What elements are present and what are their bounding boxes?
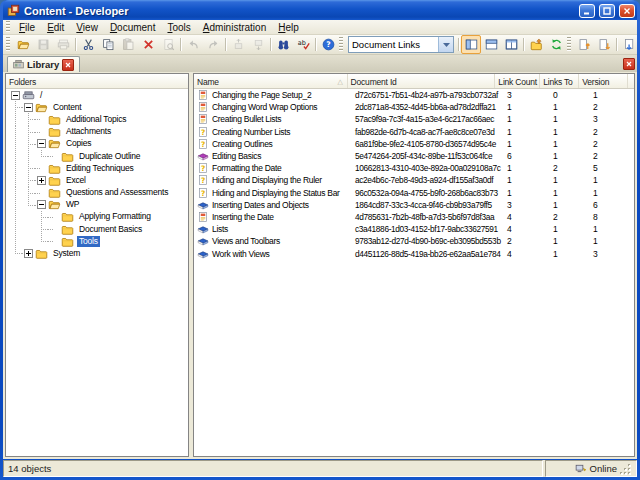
svg-text:?: ? <box>201 188 205 197</box>
tree-guide <box>22 113 35 125</box>
table-row[interactable]: ?Hiding and Displaying the Rulerac2e4b6c… <box>194 174 634 186</box>
table-row[interactable]: ?Hiding and Displaying the Status Bar96c… <box>194 187 634 199</box>
tree-item-wp[interactable]: WP <box>6 199 188 211</box>
find-icon <box>277 38 290 51</box>
cell-links-to: 1 <box>550 102 590 112</box>
tree-item-[interactable]: / <box>6 89 188 101</box>
menu-item-help[interactable]: Help <box>272 21 305 34</box>
tree-item-system[interactable]: System <box>6 247 188 259</box>
check-out-button[interactable] <box>594 35 614 54</box>
find-button[interactable] <box>273 35 293 54</box>
table-row[interactable]: Work with Viewsd4451126-88d5-419a-bb26-e… <box>194 247 634 259</box>
undo-button <box>183 35 203 54</box>
minimize-button[interactable] <box>579 4 595 18</box>
cell-links-to: 1 <box>550 175 590 185</box>
svg-text:?: ? <box>201 176 205 185</box>
check-in-button[interactable] <box>574 35 594 54</box>
collapse-icon[interactable] <box>37 139 46 148</box>
maximize-button[interactable] <box>599 4 615 18</box>
tree-item-applying-formatting[interactable]: Applying Formatting <box>6 211 188 223</box>
paste-icon <box>122 38 135 51</box>
tree-item-excel[interactable]: Excel <box>6 174 188 186</box>
tree-item-document-basics[interactable]: Document Basics <box>6 223 188 235</box>
column-header-version[interactable]: Version <box>579 74 628 88</box>
tree-guide <box>35 235 48 247</box>
table-row[interactable]: Inserting the Date4d785631-7b2b-48fb-a7d… <box>194 211 634 223</box>
column-header-link-count[interactable]: Link Count <box>495 74 540 88</box>
pane-close-icon[interactable] <box>623 58 635 70</box>
tree-item-attachments[interactable]: Attachments <box>6 126 188 138</box>
menu-item-view[interactable]: View <box>70 21 104 34</box>
tree-item-content[interactable]: Content <box>6 101 188 113</box>
tree-item-copies[interactable]: Copies <box>6 138 188 150</box>
tree-item-duplicate-outline[interactable]: Duplicate Outline <box>6 150 188 162</box>
table-row[interactable]: Changing Word Wrap Options2dc871a8-4352-… <box>194 101 634 113</box>
chevron-down-icon[interactable] <box>438 37 453 52</box>
table-row[interactable]: Views and Toolbars9783ab12-d27d-4b90-b69… <box>194 235 634 247</box>
main-area: Folders /ContentAdditional TopicsAttachm… <box>3 72 637 459</box>
cell-document-id: ac2e4b6c-7eb8-49d3-a924-df155af3a0df <box>352 175 504 185</box>
menu-item-file[interactable]: File <box>13 21 41 34</box>
expand-icon[interactable] <box>24 249 33 258</box>
view-list-button[interactable] <box>461 35 481 54</box>
menu-item-edit[interactable]: Edit <box>41 21 70 34</box>
tree-guide <box>9 113 22 125</box>
folders-header-label: Folders <box>6 74 188 88</box>
cell-link-count: 1 <box>504 139 550 149</box>
table-row[interactable]: ?Formatting the Date10662813-4310-403e-8… <box>194 162 634 174</box>
table-row[interactable]: ?Creating Number Listsfab982de-6d7b-4ca8… <box>194 126 634 138</box>
tree-guide <box>9 174 22 186</box>
open-button[interactable] <box>13 35 33 54</box>
document-links-combo[interactable]: Document Links <box>348 36 454 53</box>
table-row[interactable]: Inserting Dates and Objects1864cd87-33c3… <box>194 199 634 211</box>
column-header-links-to[interactable]: Links To <box>540 74 579 88</box>
column-header-name[interactable]: Name△ <box>194 74 348 88</box>
table-row[interactable]: ?Creating Outlines6a81f9be-9fe2-4105-878… <box>194 138 634 150</box>
table-row[interactable]: Listsc3a41886-1d03-4152-bf17-9abc3362759… <box>194 223 634 235</box>
menu-item-tools[interactable]: Tools <box>161 21 196 34</box>
column-header-label: Link Count <box>498 77 537 87</box>
table-row[interactable]: Changing the Page Setup_2d72c6751-7b51-4… <box>194 89 634 101</box>
toolbar-separator <box>458 38 459 51</box>
delete-button[interactable] <box>138 35 158 54</box>
tree-item-questions-and-assessments[interactable]: Questions and Assessments <box>6 187 188 199</box>
cell-link-count: 1 <box>504 163 550 173</box>
cell-link-count: 1 <box>504 102 550 112</box>
cell-link-count: 3 <box>504 200 550 210</box>
tab-library[interactable]: Library <box>7 56 80 72</box>
titlebar[interactable]: Content - Developer <box>3 0 637 20</box>
collapse-icon[interactable] <box>11 91 20 100</box>
cell-version: 3 <box>590 249 634 259</box>
column-header-document-id[interactable]: Document Id <box>348 74 496 88</box>
collapse-icon[interactable] <box>24 103 33 112</box>
tree-guide <box>9 235 22 247</box>
cell-name: Creating Bullet Lists <box>194 113 352 125</box>
tab-close-icon[interactable] <box>62 59 74 71</box>
table-row[interactable]: Editing Basics5e474264-205f-434c-89be-11… <box>194 150 634 162</box>
column-header-filler <box>628 74 634 88</box>
close-button[interactable] <box>619 4 635 18</box>
view-split-horizontal-button[interactable] <box>481 35 501 54</box>
tree-item-additional-topics[interactable]: Additional Topics <box>6 113 188 125</box>
toolbar-grip-handle[interactable] <box>339 37 343 52</box>
toolbar-grip-handle[interactable] <box>567 37 571 52</box>
tree-item-editing-techniques[interactable]: Editing Techniques <box>6 162 188 174</box>
refresh-button[interactable] <box>546 35 566 54</box>
collapse-icon[interactable] <box>37 200 46 209</box>
tree-item-tools[interactable]: Tools <box>6 235 188 247</box>
resize-grip[interactable] <box>620 461 632 476</box>
view-split-vertical-button[interactable] <box>501 35 521 54</box>
menu-grip-handle[interactable] <box>6 21 10 32</box>
copy-button[interactable] <box>98 35 118 54</box>
cut-button[interactable] <box>78 35 98 54</box>
help-button[interactable]: ? <box>318 35 338 54</box>
menu-item-document[interactable]: Document <box>104 21 162 34</box>
table-row[interactable]: Creating Bullet Lists57ac9f9a-7c3f-4a15-… <box>194 113 634 125</box>
spelling-button[interactable]: ab <box>293 35 313 54</box>
folder-up-button[interactable] <box>526 35 546 54</box>
menu-item-administration[interactable]: Administration <box>197 21 272 34</box>
toolbar-grip-handle[interactable] <box>6 37 10 52</box>
toolbar-separator <box>270 38 271 51</box>
send-document-button[interactable] <box>619 35 639 54</box>
expand-icon[interactable] <box>37 176 46 185</box>
